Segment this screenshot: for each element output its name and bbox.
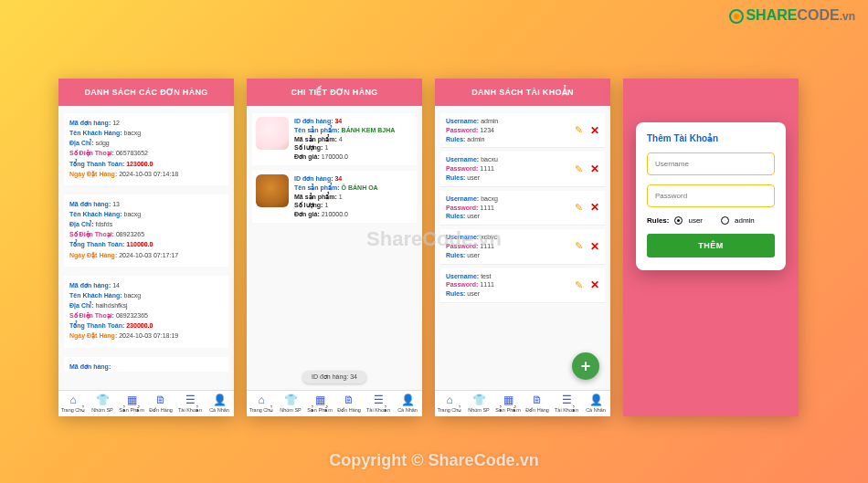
edit-icon[interactable]: ✎ xyxy=(575,163,583,175)
order-id-label: Mã đơn hàng: xyxy=(69,363,111,370)
nav-label: Cá Nhân xyxy=(581,407,610,413)
nav-icon: ☰ xyxy=(175,394,205,406)
nav-icon: 👤 xyxy=(393,394,422,406)
bottom-nav: ⌂Trang Chủ👕Nhóm SP▦Sản Phẩm🗎Đơn Hàng☰Tài… xyxy=(247,390,422,416)
nav-item-5[interactable]: 👤Cá Nhân xyxy=(581,391,610,416)
nav-icon: ▦ xyxy=(493,394,523,406)
order-card[interactable]: Mã đơn hàng: 14Tên Khách Hàng: bacxgĐịa … xyxy=(64,276,228,348)
screen-title: CHI TIẾT ĐƠN HÀNG xyxy=(247,79,422,106)
account-row: Username: xcbvcPassword: 1111Rules: user… xyxy=(440,229,605,264)
rules-label: Rules: xyxy=(647,216,669,225)
order-line-item[interactable]: ID đơn hàng: 34Tên sản phẩm: Ô BÁNH OAMã… xyxy=(252,171,417,223)
nav-label: Tài Khoản xyxy=(364,407,393,413)
nav-icon: ⌂ xyxy=(247,394,276,406)
username-field[interactable] xyxy=(647,152,775,175)
radio-user-label: user xyxy=(688,216,703,225)
nav-label: Nhóm SP xyxy=(276,407,305,413)
account-row: Username: testPassword: 1111Rules: user✎… xyxy=(440,268,605,303)
delete-icon[interactable]: ✕ xyxy=(590,124,599,137)
site-logo: SHARECODE.vn xyxy=(729,7,855,24)
nav-icon: 🗎 xyxy=(334,394,364,406)
screen-order-detail: CHI TIẾT ĐƠN HÀNG ID đơn hàng: 34Tên sản… xyxy=(247,79,422,416)
delete-icon[interactable]: ✕ xyxy=(590,163,599,175)
nav-label: Đơn Hàng xyxy=(523,407,552,413)
nav-item-2[interactable]: ▦Sản Phẩm xyxy=(493,391,523,416)
product-image xyxy=(256,117,289,150)
nav-label: Sản Phẩm xyxy=(305,407,334,413)
edit-icon[interactable]: ✎ xyxy=(575,279,583,291)
nav-item-4[interactable]: ☰Tài Khoản xyxy=(552,391,581,416)
delete-icon[interactable]: ✕ xyxy=(590,201,599,214)
order-line-item[interactable]: ID đơn hàng: 34Tên sản phẩm: BÁNH KEM BJ… xyxy=(252,113,417,165)
nav-icon: ▦ xyxy=(117,394,146,406)
edit-icon[interactable]: ✎ xyxy=(575,202,583,214)
nav-label: Nhóm SP xyxy=(88,407,117,413)
nav-item-0[interactable]: ⌂Trang Chủ xyxy=(58,391,88,416)
bottom-nav: ⌂Trang Chủ👕Nhóm SP▦Sản Phẩm🗎Đơn Hàng☰Tài… xyxy=(58,390,234,416)
logo-icon xyxy=(729,9,744,24)
nav-item-1[interactable]: 👕Nhóm SP xyxy=(276,391,305,416)
product-image xyxy=(256,174,289,207)
submit-button[interactable]: THÊM xyxy=(647,234,775,257)
nav-icon: ☰ xyxy=(552,394,581,406)
nav-icon: ⌂ xyxy=(58,394,88,406)
nav-label: Cá Nhân xyxy=(393,407,422,413)
nav-item-3[interactable]: 🗎Đơn Hàng xyxy=(146,391,175,416)
account-row: Username: bacxgPassword: 1111Rules: user… xyxy=(440,191,605,226)
bottom-nav: ⌂Trang Chủ👕Nhóm SP▦Sản Phẩm🗎Đơn Hàng☰Tài… xyxy=(435,390,610,416)
nav-label: Đơn Hàng xyxy=(334,407,364,413)
delete-icon[interactable]: ✕ xyxy=(590,278,599,291)
radio-user[interactable] xyxy=(674,216,683,225)
screen-add-account: Thêm Tài Khoản Rules: user admin THÊM xyxy=(623,79,799,416)
order-card[interactable]: Mã đơn hàng: 12Tên Khách Hàng: bacxgĐịa … xyxy=(64,113,228,185)
nav-icon: 👕 xyxy=(464,394,493,406)
toast-message: ID đơn hàng: 34 xyxy=(302,371,366,383)
nav-item-2[interactable]: ▦Sản Phẩm xyxy=(305,391,334,416)
form-title: Thêm Tài Khoản xyxy=(647,133,775,143)
screen-orders-list: DANH SÁCH CÁC ĐƠN HÀNG Mã đơn hàng: 12Tê… xyxy=(58,79,234,416)
nav-label: Trang Chủ xyxy=(58,407,88,413)
nav-label: Cá Nhân xyxy=(205,407,234,413)
nav-icon: 👤 xyxy=(581,394,610,406)
nav-item-1[interactable]: 👕Nhóm SP xyxy=(88,391,117,416)
nav-item-4[interactable]: ☰Tài Khoản xyxy=(175,391,205,416)
password-field[interactable] xyxy=(647,184,775,207)
nav-icon: 👕 xyxy=(88,394,117,406)
nav-label: Tài Khoản xyxy=(552,407,581,413)
nav-item-1[interactable]: 👕Nhóm SP xyxy=(464,391,493,416)
edit-icon[interactable]: ✎ xyxy=(575,124,583,136)
nav-label: Trang Chủ xyxy=(435,407,464,413)
delete-icon[interactable]: ✕ xyxy=(590,240,599,253)
nav-label: Sản Phẩm xyxy=(117,407,146,413)
add-account-form: Thêm Tài Khoản Rules: user admin THÊM xyxy=(636,122,786,270)
nav-item-0[interactable]: ⌂Trang Chủ xyxy=(247,391,276,416)
nav-icon: 👤 xyxy=(205,394,234,406)
nav-label: Đơn Hàng xyxy=(146,407,175,413)
nav-item-3[interactable]: 🗎Đơn Hàng xyxy=(523,391,552,416)
order-card[interactable]: Mã đơn hàng: 13Tên Khách Hàng: bacxgĐịa … xyxy=(64,194,228,267)
nav-item-3[interactable]: 🗎Đơn Hàng xyxy=(334,391,364,416)
nav-icon: ▦ xyxy=(305,394,334,406)
screen-accounts-list: DANH SÁCH TÀI KHOẢN Username: adminPassw… xyxy=(435,79,610,416)
nav-icon: ⌂ xyxy=(435,394,464,406)
radio-admin-label: admin xyxy=(735,216,755,225)
nav-icon: ☰ xyxy=(364,394,393,406)
account-row: Username: adminPassword: 1234Rules: admi… xyxy=(440,113,605,148)
nav-label: Nhóm SP xyxy=(464,407,493,413)
nav-item-5[interactable]: 👤Cá Nhân xyxy=(393,391,422,416)
edit-icon[interactable]: ✎ xyxy=(575,240,583,252)
nav-label: Trang Chủ xyxy=(247,407,276,413)
nav-label: Tài Khoản xyxy=(175,407,205,413)
screen-title: DANH SÁCH CÁC ĐƠN HÀNG xyxy=(58,79,234,106)
nav-icon: 🗎 xyxy=(146,394,175,406)
nav-label: Sản Phẩm xyxy=(493,407,523,413)
nav-icon: 🗎 xyxy=(523,394,552,406)
add-account-fab[interactable]: + xyxy=(572,352,599,380)
account-row: Username: bacxuPassword: 1111Rules: user… xyxy=(440,152,605,186)
radio-admin[interactable] xyxy=(721,216,729,225)
nav-item-0[interactable]: ⌂Trang Chủ xyxy=(435,391,464,416)
nav-item-5[interactable]: 👤Cá Nhân xyxy=(205,391,234,416)
screen-title: DANH SÁCH TÀI KHOẢN xyxy=(435,79,610,106)
nav-item-4[interactable]: ☰Tài Khoản xyxy=(364,391,393,416)
nav-item-2[interactable]: ▦Sản Phẩm xyxy=(117,391,146,416)
